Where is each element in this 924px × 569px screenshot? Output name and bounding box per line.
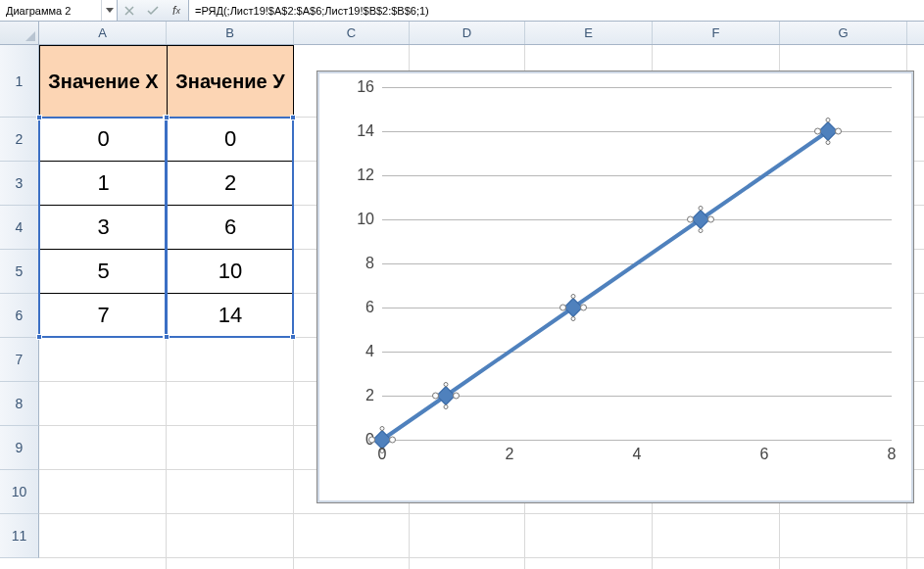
- row-header-8[interactable]: 8: [0, 382, 39, 426]
- y-tick-label: 10: [335, 211, 374, 228]
- col-header-b[interactable]: B: [167, 22, 294, 44]
- formula-input[interactable]: =РЯД(;Лист19!$A$2:$A$6;Лист19!$B$2:$B$6;…: [189, 0, 924, 21]
- y-tick-label: 6: [335, 299, 374, 316]
- col-header-f[interactable]: F: [653, 22, 780, 44]
- formula-bar: Диаграмма 2 fx =РЯД(;Лист19!$A$2:$A$6;Ли…: [0, 0, 924, 22]
- row-header-3[interactable]: 3: [0, 162, 39, 206]
- row-header-10[interactable]: 10: [0, 470, 39, 514]
- y-tick-label: 12: [335, 166, 374, 184]
- select-all-corner[interactable]: [0, 22, 39, 44]
- cancel-formula-button[interactable]: [118, 0, 141, 21]
- data-point[interactable]: [818, 121, 838, 141]
- column-headers: A B C D E F G: [0, 22, 924, 45]
- formula-text: =РЯД(;Лист19!$A$2:$A$6;Лист19!$B$2:$B$6;…: [195, 5, 429, 17]
- col-header-e[interactable]: E: [525, 22, 653, 44]
- cell-a5[interactable]: 5: [39, 250, 167, 294]
- y-tick-label: 8: [335, 255, 374, 272]
- col-header-a[interactable]: A: [39, 22, 167, 44]
- data-table: Значение X Значение У 0 0 1 2 3 6 5 10 7…: [39, 45, 294, 338]
- fx-button[interactable]: fx: [165, 0, 188, 21]
- cell-b4[interactable]: 6: [167, 206, 294, 250]
- y-tick-label: 14: [335, 122, 374, 140]
- chart-points[interactable]: [382, 87, 892, 440]
- x-tick-label: 4: [633, 446, 642, 463]
- cell-b2[interactable]: 0: [167, 118, 294, 162]
- chart-object[interactable]: 0246810121416 02468: [316, 71, 914, 503]
- y-tick-label: 0: [335, 431, 374, 449]
- row-headers: 1 2 3 4 5 6 7 8 9 10 11: [0, 45, 39, 569]
- col-header-c[interactable]: C: [294, 22, 410, 44]
- row-header-4[interactable]: 4: [0, 206, 39, 250]
- table-header-x[interactable]: Значение X: [39, 45, 167, 118]
- cells-area[interactable]: Значение X Значение У 0 0 1 2 3 6 5 10 7…: [39, 45, 924, 569]
- svg-marker-0: [106, 8, 114, 13]
- enter-formula-button[interactable]: [141, 0, 165, 21]
- data-point[interactable]: [563, 298, 583, 317]
- cell-a4[interactable]: 3: [39, 206, 167, 250]
- table-header-y[interactable]: Значение У: [167, 45, 294, 118]
- row-header-6[interactable]: 6: [0, 294, 39, 338]
- y-tick-label: 16: [335, 78, 374, 96]
- cell-a3[interactable]: 1: [39, 162, 167, 206]
- x-tick-label: 6: [760, 446, 769, 463]
- data-point[interactable]: [436, 386, 456, 405]
- cell-b5[interactable]: 10: [167, 250, 294, 294]
- cell-a6[interactable]: 7: [39, 294, 167, 338]
- x-tick-label: 8: [888, 446, 897, 463]
- row-header-11[interactable]: 11: [0, 514, 39, 558]
- plot-area[interactable]: 0246810121416 02468: [382, 87, 892, 440]
- grid-body: 1 2 3 4 5 6 7 8 9 10 11 Знач: [0, 45, 924, 569]
- x-tick-label: 2: [506, 446, 514, 463]
- col-header-g[interactable]: G: [780, 22, 907, 44]
- name-box-dropdown-icon[interactable]: [101, 0, 117, 21]
- row-header-1[interactable]: 1: [0, 45, 39, 118]
- name-box-value: Диаграмма 2: [6, 5, 71, 17]
- formula-buttons: fx: [118, 0, 189, 21]
- col-header-d[interactable]: D: [410, 22, 525, 44]
- x-tick-label: 0: [378, 446, 387, 463]
- cell-a2[interactable]: 0: [39, 118, 167, 162]
- row-header-9[interactable]: 9: [0, 426, 39, 470]
- name-box[interactable]: Диаграмма 2: [0, 0, 118, 21]
- y-tick-label: 4: [335, 343, 374, 360]
- y-tick-label: 2: [335, 387, 374, 404]
- cell-b3[interactable]: 2: [167, 162, 294, 206]
- row-header-5[interactable]: 5: [0, 250, 39, 294]
- row-header-7[interactable]: 7: [0, 338, 39, 382]
- row-header-2[interactable]: 2: [0, 118, 39, 162]
- data-point[interactable]: [691, 210, 710, 229]
- cell-b6[interactable]: 14: [167, 294, 294, 338]
